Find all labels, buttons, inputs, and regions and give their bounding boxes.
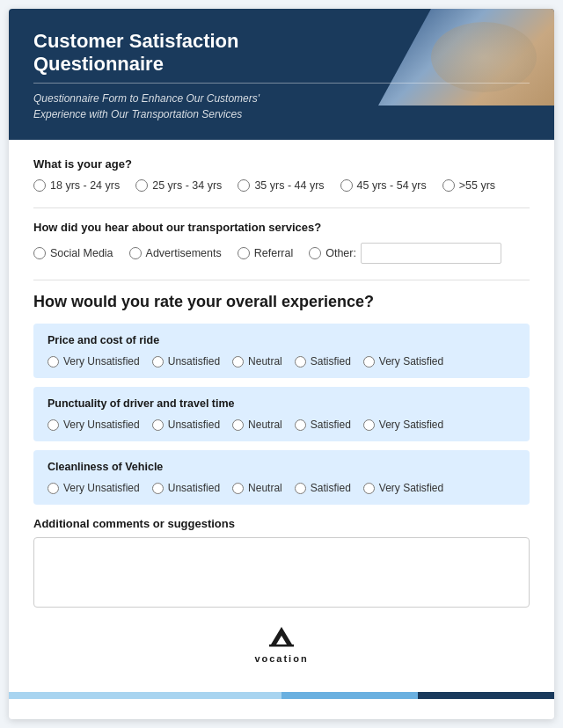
- punctuality-very-unsatisfied[interactable]: Very Unsatisfied: [48, 419, 140, 431]
- punctuality-radio-1[interactable]: [48, 419, 59, 431]
- age-option-5[interactable]: >55 yrs: [442, 179, 495, 192]
- cleanliness-radio-3[interactable]: [232, 483, 244, 494]
- hear-radio-1[interactable]: [33, 247, 46, 259]
- punctuality-unsatisfied[interactable]: Unsatisfied: [152, 419, 220, 431]
- age-question-block: What is your age? 18 yrs - 24 yrs 25 yrs…: [33, 157, 530, 192]
- footer-bar-dark: [418, 692, 554, 699]
- punctuality-option-5-label: Very Satisfied: [379, 419, 443, 431]
- cleanliness-rating-options: Very Unsatisfied Unsatisfied Neutral Sat…: [48, 482, 515, 494]
- hear-option-other[interactable]: Other:: [309, 247, 356, 259]
- hear-option-1[interactable]: Social Media: [33, 247, 113, 259]
- age-option-2[interactable]: 25 yrs - 34 yrs: [135, 179, 222, 192]
- cleanliness-option-4-label: Satisfied: [311, 482, 351, 494]
- cleanliness-radio-4[interactable]: [295, 483, 306, 494]
- experience-section: How would you rate your overall experien…: [33, 293, 530, 505]
- age-option-1-label: 18 yrs - 24 yrs: [50, 179, 120, 192]
- cleanliness-neutral[interactable]: Neutral: [232, 482, 282, 494]
- punctuality-rating-label: Punctuality of driver and travel time: [48, 397, 515, 410]
- price-unsatisfied[interactable]: Unsatisfied: [152, 355, 220, 368]
- hear-radio-other[interactable]: [309, 247, 321, 259]
- hear-radio-2[interactable]: [129, 247, 142, 259]
- hear-radio-3[interactable]: [238, 247, 250, 259]
- price-satisfied[interactable]: Satisfied: [295, 355, 351, 368]
- footer-bar-light: [9, 692, 282, 699]
- cleanliness-radio-1[interactable]: [48, 483, 59, 494]
- cleanliness-option-5-label: Very Satisfied: [379, 482, 443, 494]
- hear-question-block: How did you hear about our transportatio…: [33, 221, 530, 264]
- age-question-label: What is your age?: [33, 157, 530, 171]
- footer-bar: [9, 692, 554, 699]
- hear-option-2[interactable]: Advertisements: [129, 247, 222, 259]
- price-option-2-label: Unsatisfied: [168, 355, 220, 368]
- cleanliness-radio-2[interactable]: [152, 483, 164, 494]
- price-option-5-label: Very Satisfied: [379, 355, 443, 368]
- cleanliness-option-1-label: Very Unsatisfied: [63, 482, 140, 494]
- age-radio-2[interactable]: [135, 179, 148, 192]
- hear-option-3-label: Referral: [254, 247, 293, 259]
- price-radio-1[interactable]: [48, 356, 59, 368]
- punctuality-radio-4[interactable]: [295, 419, 306, 431]
- cleanliness-very-satisfied[interactable]: Very Satisfied: [363, 482, 443, 494]
- punctuality-option-2-label: Unsatisfied: [168, 419, 220, 431]
- age-radio-1[interactable]: [33, 179, 46, 192]
- punctuality-neutral[interactable]: Neutral: [232, 419, 282, 431]
- punctuality-radio-5[interactable]: [363, 419, 375, 431]
- cleanliness-radio-5[interactable]: [363, 483, 375, 494]
- punctuality-radio-3[interactable]: [232, 419, 244, 431]
- price-rating-options: Very Unsatisfied Unsatisfied Neutral Sat…: [48, 355, 515, 368]
- price-neutral[interactable]: Neutral: [232, 355, 282, 368]
- experience-title: How would you rate your overall experien…: [33, 293, 530, 311]
- cleanliness-satisfied[interactable]: Satisfied: [295, 482, 351, 494]
- price-radio-4[interactable]: [295, 356, 306, 368]
- price-very-satisfied[interactable]: Very Satisfied: [363, 355, 443, 368]
- age-radio-5[interactable]: [442, 179, 455, 192]
- age-option-3-label: 35 yrs - 44 yrs: [254, 179, 324, 192]
- punctuality-radio-2[interactable]: [152, 419, 164, 431]
- price-radio-3[interactable]: [232, 356, 244, 368]
- cleanliness-unsatisfied[interactable]: Unsatisfied: [152, 482, 220, 494]
- punctuality-option-3-label: Neutral: [248, 419, 282, 431]
- price-rating-block: Price and cost of ride Very Unsatisfied …: [33, 324, 530, 378]
- cleanliness-option-3-label: Neutral: [248, 482, 282, 494]
- price-option-4-label: Satisfied: [311, 355, 351, 368]
- price-radio-2[interactable]: [152, 356, 164, 368]
- age-radio-3[interactable]: [238, 179, 250, 192]
- punctuality-option-4-label: Satisfied: [311, 419, 351, 431]
- cleanliness-option-2-label: Unsatisfied: [168, 482, 220, 494]
- logo-icon: [266, 625, 297, 650]
- punctuality-rating-options: Very Unsatisfied Unsatisfied Neutral Sat…: [48, 419, 515, 431]
- age-option-5-label: >55 yrs: [459, 179, 495, 192]
- hear-option-3[interactable]: Referral: [238, 247, 293, 259]
- age-option-2-label: 25 yrs - 34 yrs: [152, 179, 222, 192]
- hear-radio-group: Social Media Advertisements Referral Oth…: [33, 243, 530, 264]
- comments-block: Additional comments or suggestions: [33, 517, 530, 611]
- other-input[interactable]: [361, 243, 501, 264]
- logo-container: vocation: [254, 625, 308, 664]
- age-option-4[interactable]: 45 yrs - 54 yrs: [340, 179, 427, 192]
- age-option-3[interactable]: 35 yrs - 44 yrs: [238, 179, 324, 192]
- page-title: Customer Satisfaction Questionnaire: [33, 30, 368, 76]
- page: Customer Satisfaction Questionnaire Ques…: [9, 9, 554, 719]
- header: Customer Satisfaction Questionnaire Ques…: [9, 9, 554, 140]
- price-very-unsatisfied[interactable]: Very Unsatisfied: [48, 355, 140, 368]
- age-radio-4[interactable]: [340, 179, 353, 192]
- age-option-1[interactable]: 18 yrs - 24 yrs: [33, 179, 120, 192]
- price-rating-label: Price and cost of ride: [48, 334, 515, 346]
- hear-question-label: How did you hear about our transportatio…: [33, 221, 530, 234]
- price-radio-5[interactable]: [363, 356, 375, 368]
- other-group: Other:: [309, 243, 501, 264]
- cleanliness-rating-label: Cleanliness of Vehicle: [48, 461, 515, 473]
- footer: vocation: [33, 611, 530, 674]
- other-label: Other:: [325, 247, 356, 259]
- header-subtitle: Questionnaire Form to Enhance Our Custom…: [33, 91, 315, 122]
- comments-textarea[interactable]: [33, 537, 530, 608]
- age-option-4-label: 45 yrs - 54 yrs: [357, 179, 427, 192]
- age-radio-group: 18 yrs - 24 yrs 25 yrs - 34 yrs 35 yrs -…: [33, 179, 530, 192]
- cleanliness-very-unsatisfied[interactable]: Very Unsatisfied: [48, 482, 140, 494]
- punctuality-very-satisfied[interactable]: Very Satisfied: [363, 419, 443, 431]
- hear-option-2-label: Advertisements: [146, 247, 222, 259]
- price-option-3-label: Neutral: [248, 355, 282, 368]
- punctuality-satisfied[interactable]: Satisfied: [295, 419, 351, 431]
- comments-label: Additional comments or suggestions: [33, 517, 530, 530]
- hear-option-1-label: Social Media: [50, 247, 113, 259]
